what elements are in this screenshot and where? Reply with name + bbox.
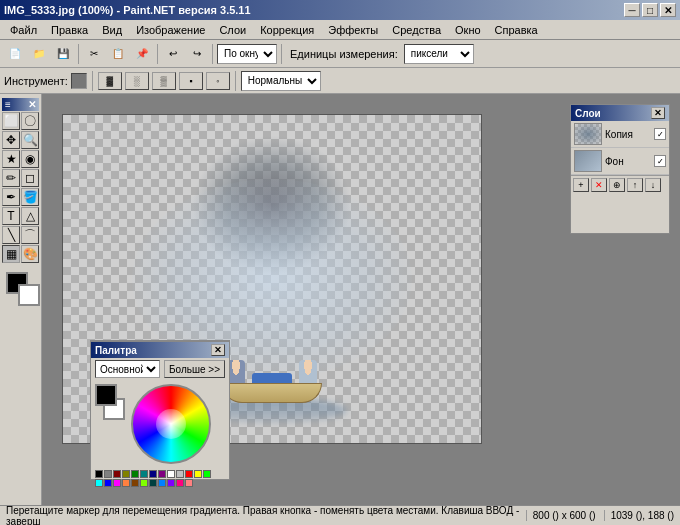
status-coords: 1039 (), 188 () xyxy=(604,510,674,521)
tool-eraser[interactable]: ◻ xyxy=(21,169,39,187)
tool-text[interactable]: T xyxy=(2,207,20,225)
add-layer-button[interactable]: + xyxy=(573,178,589,192)
tool-row-4: ✏ ◻ xyxy=(2,169,39,187)
canvas-area[interactable]: Палитра ✕ Основной Больше >> xyxy=(42,94,680,505)
palette-fg-color[interactable] xyxy=(95,384,117,406)
move-layer-down-button[interactable]: ↓ xyxy=(645,178,661,192)
layer-visibility-copy[interactable]: ✓ xyxy=(654,128,666,140)
new-button[interactable]: 📄 xyxy=(4,43,26,65)
color-swatch-12[interactable] xyxy=(203,470,211,478)
color-swatch-10[interactable] xyxy=(185,470,193,478)
tool-fill[interactable]: 🪣 xyxy=(21,188,39,206)
menu-window[interactable]: Окно xyxy=(449,22,487,38)
color-swatch-11[interactable] xyxy=(194,470,202,478)
tool-selection[interactable]: ⬜ xyxy=(2,112,20,130)
menu-bar: Файл Правка Вид Изображение Слои Коррекц… xyxy=(0,20,680,40)
main-area: ≡ ✕ ⬜ 〇 ✥ 🔍 ★ ◉ ✏ ◻ ✒ 🪣 T △ ╲ ⌒ xyxy=(0,94,680,505)
tool-lasso[interactable]: 〇 xyxy=(21,112,39,130)
tool-opt-2[interactable]: ░ xyxy=(125,72,149,90)
toolbox-close[interactable]: ✕ xyxy=(28,99,36,110)
tool-brush[interactable]: ✏ xyxy=(2,169,20,187)
tool-line[interactable]: ╲ xyxy=(2,226,20,244)
copy-button[interactable]: 📋 xyxy=(107,43,129,65)
tool-label: Инструмент: xyxy=(4,75,68,87)
layers-close-button[interactable]: ✕ xyxy=(651,107,665,119)
tool-gradient[interactable]: ▦ xyxy=(2,245,20,263)
menu-layers[interactable]: Слои xyxy=(213,22,252,38)
color-swatch-17[interactable] xyxy=(131,479,139,487)
tool-pencil[interactable]: ✒ xyxy=(2,188,20,206)
menu-corrections[interactable]: Коррекция xyxy=(254,22,320,38)
menu-image[interactable]: Изображение xyxy=(130,22,211,38)
tool-magic-wand[interactable]: ★ xyxy=(2,150,20,168)
close-button[interactable]: ✕ xyxy=(660,3,676,17)
layer-name-copy: Копия xyxy=(605,129,651,140)
color-swatch-15[interactable] xyxy=(113,479,121,487)
color-swatch-7[interactable] xyxy=(158,470,166,478)
menu-help[interactable]: Справка xyxy=(489,22,544,38)
menu-view[interactable]: Вид xyxy=(96,22,128,38)
color-swatch-1[interactable] xyxy=(104,470,112,478)
tool-curve[interactable]: ⌒ xyxy=(21,226,39,244)
color-swatch-6[interactable] xyxy=(149,470,157,478)
palette-more-button[interactable]: Больше >> xyxy=(164,360,225,378)
units-select[interactable]: пиксели дюймы сантиметры xyxy=(404,44,474,64)
color-swatch-9[interactable] xyxy=(176,470,184,478)
open-button[interactable]: 📁 xyxy=(28,43,50,65)
color-swatch-3[interactable] xyxy=(122,470,130,478)
layer-name-background: Фон xyxy=(605,156,651,167)
tool-opt-4[interactable]: ▪ xyxy=(179,72,203,90)
color-swatch-16[interactable] xyxy=(122,479,130,487)
maximize-button[interactable]: □ xyxy=(642,3,658,17)
color-swatch-18[interactable] xyxy=(140,479,148,487)
redo-button[interactable]: ↪ xyxy=(186,43,208,65)
cut-button[interactable]: ✂ xyxy=(83,43,105,65)
paste-button[interactable]: 📌 xyxy=(131,43,153,65)
color-swatch-23[interactable] xyxy=(185,479,193,487)
palette-title-text: Палитра xyxy=(95,345,137,356)
undo-button[interactable]: ↩ xyxy=(162,43,184,65)
tool-row-3: ★ ◉ xyxy=(2,150,39,168)
tool-move[interactable]: ✥ xyxy=(2,131,20,149)
tool-shapes[interactable]: △ xyxy=(21,207,39,225)
zoom-select[interactable]: По окну 100% 200% xyxy=(217,44,277,64)
color-swatch-5[interactable] xyxy=(140,470,148,478)
tool-opt-3[interactable]: ▒ xyxy=(152,72,176,90)
layers-title: Слои ✕ xyxy=(571,105,669,121)
color-swatches xyxy=(95,470,215,487)
mode-select[interactable]: Нормальный xyxy=(241,71,321,91)
merge-layer-button[interactable]: ⊕ xyxy=(609,178,625,192)
color-swatch-4[interactable] xyxy=(131,470,139,478)
menu-tools[interactable]: Средства xyxy=(386,22,447,38)
background-color[interactable] xyxy=(18,284,40,306)
tool-row-2: ✥ 🔍 xyxy=(2,131,39,149)
color-swatch-8[interactable] xyxy=(167,470,175,478)
color-swatch-14[interactable] xyxy=(104,479,112,487)
color-swatch-2[interactable] xyxy=(113,470,121,478)
color-swatch-0[interactable] xyxy=(95,470,103,478)
layer-item-background[interactable]: Фон ✓ xyxy=(571,148,669,175)
color-swatch-19[interactable] xyxy=(149,479,157,487)
minimize-button[interactable]: ─ xyxy=(624,3,640,17)
layer-visibility-background[interactable]: ✓ xyxy=(654,155,666,167)
save-button[interactable]: 💾 xyxy=(52,43,74,65)
color-swatch-13[interactable] xyxy=(95,479,103,487)
menu-file[interactable]: Файл xyxy=(4,22,43,38)
tool-recolor[interactable]: 🎨 xyxy=(21,245,39,263)
tool-opt-1[interactable]: ▓ xyxy=(98,72,122,90)
tool-zoom[interactable]: 🔍 xyxy=(21,131,39,149)
layer-item-copy[interactable]: Копия ✓ xyxy=(571,121,669,148)
move-layer-up-button[interactable]: ↑ xyxy=(627,178,643,192)
toolbox-panel: ≡ ✕ ⬜ 〇 ✥ 🔍 ★ ◉ ✏ ◻ ✒ 🪣 T △ ╲ ⌒ xyxy=(0,94,42,505)
menu-edit[interactable]: Правка xyxy=(45,22,94,38)
palette-type-select[interactable]: Основной xyxy=(95,360,160,378)
tool-opt-5[interactable]: ◦ xyxy=(206,72,230,90)
palette-close-button[interactable]: ✕ xyxy=(211,344,225,356)
color-swatch-20[interactable] xyxy=(158,479,166,487)
color-swatch-22[interactable] xyxy=(176,479,184,487)
color-wheel[interactable] xyxy=(131,384,211,464)
delete-layer-button[interactable]: ✕ xyxy=(591,178,607,192)
menu-effects[interactable]: Эффекты xyxy=(322,22,384,38)
color-swatch-21[interactable] xyxy=(167,479,175,487)
tool-clone[interactable]: ◉ xyxy=(21,150,39,168)
